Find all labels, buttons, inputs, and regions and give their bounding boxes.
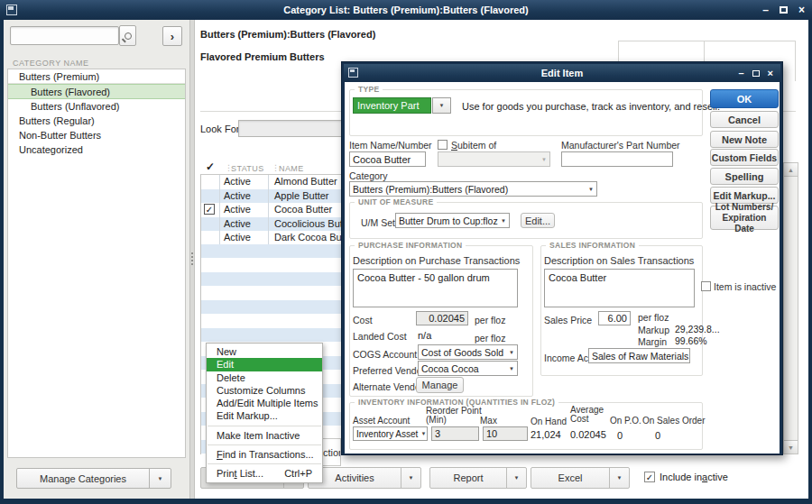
chevron-down-icon: ▼ [501,218,506,224]
category-dropdown[interactable]: Butters (Premium):Butters (Flavored)▼ [349,181,597,197]
activities-menu-button[interactable]: Activities ▼ [308,467,421,489]
dialog-body: TYPE Inventory Part ▼ Use for goods you … [345,82,780,454]
minimize-icon[interactable]: – [762,5,769,14]
purchase-section-label: PURCHASE INFORMATION [355,241,466,250]
excel-menu-button[interactable]: Excel ▼ [531,467,630,489]
lot-numbers-button[interactable]: Lot Numbers/ Expiration Date [710,206,779,230]
type-section-label: TYPE [355,85,383,94]
average-cost-value: 0.02045 [570,429,606,440]
scroll-up-icon[interactable]: ▲ [784,163,798,177]
subitem-dropdown: ▼ [438,151,550,167]
sales-desc-label: Description on Sales Transactions [544,255,694,266]
item-name-label: Item Name/Number [349,140,432,151]
reorder-point-input[interactable]: 3 [431,426,479,441]
manage-categories-button[interactable]: Manage Categories ▼ [16,468,171,489]
sidebar-item-butters-unflavored[interactable]: Butters (Unflavored) [8,99,185,114]
new-note-button[interactable]: New Note [710,131,779,148]
reorder-min-label: (Min) [426,415,447,425]
purchase-desc-label: Description on Purchase Transactions [353,255,520,266]
menu-item-make-inactive[interactable]: Make Item Inactive [207,429,322,442]
menu-item-delete[interactable]: Delete [207,371,322,384]
report-menu-button[interactable]: Report ▼ [429,467,527,489]
sales-section-label: SALES INFORMATION [546,241,639,250]
purchase-desc-input[interactable]: Cocoa Butter - 50 gallon drum [353,269,518,307]
landed-cost-unit: per floz [475,333,505,344]
close-icon[interactable]: × [798,5,805,14]
margin-label: Margin [638,336,667,347]
table-scrollbar[interactable]: ▲ ▼ [783,162,798,454]
name-column-header[interactable]: NAME [279,164,304,173]
max-input[interactable]: 10 [483,426,528,441]
preferred-vendor-dropdown[interactable]: Cocoa Cocoa▼ [418,361,518,376]
category-list: Butters (Premium) Butters (Flavored) But… [7,69,186,458]
cogs-account-label: COGS Account [353,349,417,360]
chevron-down-icon: ▼ [439,103,445,108]
menu-item-print-list[interactable]: Print List... Ctrl+P [207,467,322,480]
category-label: Category [349,170,388,181]
dialog-titlebar[interactable]: Edit Item – × [344,64,780,82]
menu-separator [208,444,321,445]
cogs-account-dropdown[interactable]: Cost of Goods Sold▼ [418,344,518,360]
menu-item-edit[interactable]: Edit [207,358,322,371]
menu-item-customize-columns[interactable]: Customize Columns [207,384,322,397]
include-inactive-checkbox[interactable]: ✓ [644,472,655,482]
include-inactive-label: Include inactive [660,472,728,482]
menu-item-new[interactable]: New [207,345,322,358]
item-inactive-label: Item is inactive [714,281,776,292]
clipped-text-fragment: ction [322,438,341,466]
chevron-down-icon: ▼ [509,366,514,371]
expand-panel-button[interactable]: › [162,26,182,46]
sidebar-item-non-butter-butters[interactable]: Non-Butter Butters [8,128,185,142]
ok-button[interactable]: OK [710,89,779,108]
income-account-dropdown[interactable]: Sales of Raw Materials▼ [588,348,690,363]
menu-item-edit-markup[interactable]: Edit Markup... [207,409,322,422]
dialog-minimize-icon[interactable]: – [738,69,743,78]
sidebar-item-butters-premium[interactable]: Butters (Premium) [8,69,185,84]
subitem-checkbox[interactable] [438,140,448,150]
status-column-header[interactable]: STATUS [231,164,264,173]
chevron-right-icon: › [171,30,174,43]
type-dropdown[interactable]: Inventory Part [353,97,431,114]
app-window: Category List: Butters (Premium):Butters… [0,0,812,504]
item-inactive-checkbox[interactable] [701,281,711,291]
spelling-button[interactable]: Spelling [710,168,779,185]
average-cost-label: Average Cost [570,406,604,424]
cost-input[interactable]: 0.02045 [416,311,468,325]
dialog-maximize-icon[interactable] [752,70,760,77]
row-checkbox[interactable]: ✓ [204,204,215,215]
mpn-input[interactable] [561,151,673,167]
uom-section-label: UNIT OF MEASURE [355,197,437,206]
menu-separator [208,426,321,426]
sales-price-input[interactable]: 6.00 [598,311,631,325]
main-titlebar: Category List: Butters (Premium):Butters… [0,0,812,20]
manage-vendor-button[interactable]: Manage [416,377,464,393]
category-search-input[interactable] [10,26,119,45]
splitter-grip-icon [191,252,193,267]
sidebar-item-butters-regular[interactable]: Butters (Regular) [8,114,185,128]
type-dropdown-arrow[interactable]: ▼ [432,97,451,114]
custom-fields-button[interactable]: Custom Fields [710,149,779,166]
cancel-button[interactable]: Cancel [710,111,779,128]
menu-item-add-edit-multiple[interactable]: Add/Edit Multiple Items [207,397,322,409]
dialog-close-icon[interactable]: × [768,69,773,78]
asset-account-dropdown[interactable]: Inventory Asset▼ [353,426,428,441]
search-button[interactable] [119,25,136,46]
item-name-input[interactable]: Cocoa Butter [349,151,426,167]
uom-edit-button[interactable]: Edit... [521,213,555,228]
breadcrumb: Butters (Premium):Butters (Flavored) [200,29,375,40]
maximize-icon[interactable] [780,6,788,14]
sales-price-label: Sales Price [544,315,592,325]
panel-splitter[interactable] [189,20,195,499]
chevron-down-icon: ▼ [617,475,623,481]
dialog-title: Edit Item [344,68,780,78]
scroll-down-icon[interactable]: ▼ [784,440,798,454]
uom-set-label: U/M Set [361,217,395,228]
sidebar-item-uncategorized[interactable]: Uncategorized [8,142,185,157]
uom-dropdown[interactable]: Butter Drum to Cup:floz▼ [395,213,510,228]
on-sales-order-label: On Sales Order [642,416,705,426]
sales-desc-input[interactable]: Cocoa Butter [544,269,695,307]
sidebar-item-butters-flavored[interactable]: Butters (Flavored) [8,84,185,99]
check-column-header[interactable]: ✓ [206,160,215,173]
look-for-input[interactable] [238,120,346,137]
menu-item-find-in-transactions[interactable]: Find in Transactions... [207,448,322,461]
